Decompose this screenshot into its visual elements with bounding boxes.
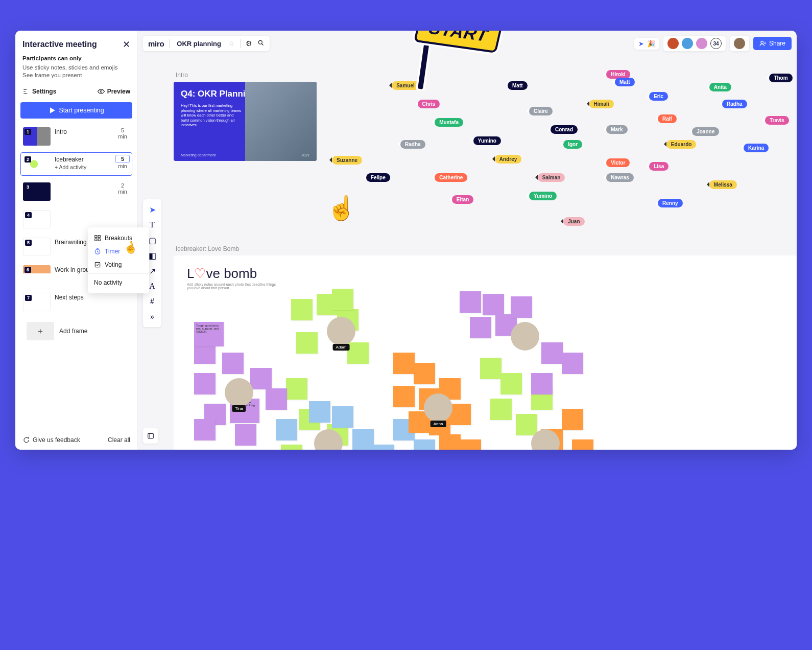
cursor-label: Lisa	[649, 162, 668, 171]
frame-item-intro[interactable]: 1 Intro 5min	[20, 125, 132, 148]
sticky-note[interactable]	[511, 296, 532, 318]
sticky-note[interactable]	[460, 439, 481, 450]
cursor-label: Claire	[529, 107, 553, 115]
board-canvas[interactable]: miro OKR planning ☆ ⚙ ➤ 🎉 34	[138, 31, 797, 450]
icebreaker-frame[interactable]: Icebreaker: Love Bomb L♡ve bomb Add stic…	[174, 245, 797, 450]
settings-button[interactable]: Settings	[22, 88, 56, 95]
frame-thumb: 6	[23, 265, 51, 284]
cursor-label: Radha	[400, 140, 425, 149]
sticky-note[interactable]	[500, 373, 522, 394]
sticky-note[interactable]	[235, 424, 256, 446]
sticky-note[interactable]	[266, 388, 287, 410]
person-avatar[interactable]	[511, 322, 539, 351]
svg-rect-1	[95, 236, 97, 238]
cursor-label: Karina	[744, 144, 769, 152]
frame-item-icebreaker[interactable]: 2 Icebreaker + Add activity 5min	[20, 152, 132, 176]
frame-duration	[115, 293, 130, 311]
menu-item-breakouts[interactable]: Breakouts	[88, 231, 149, 245]
sticky-note[interactable]	[332, 406, 353, 428]
sticky-note[interactable]	[562, 409, 583, 430]
vote-icon	[94, 261, 101, 268]
add-frame-button[interactable]: ＋ Add frame	[22, 318, 130, 344]
svg-point-0	[100, 90, 102, 92]
sticky-note[interactable]	[309, 401, 330, 423]
sticky-note[interactable]	[250, 368, 272, 389]
sticky-note[interactable]	[347, 342, 369, 364]
eye-icon	[98, 88, 105, 95]
start-presenting-button[interactable]: Start presenting	[20, 102, 132, 119]
rule-item: See frame you present	[22, 72, 130, 78]
sticky-note[interactable]	[414, 439, 435, 450]
menu-item-none[interactable]: No activity	[88, 276, 149, 289]
sticky-note[interactable]	[194, 419, 216, 440]
frame-duration[interactable]: 5min	[115, 155, 130, 173]
sticky-note[interactable]	[572, 439, 593, 450]
sticky-note[interactable]	[296, 332, 318, 354]
sticky-note[interactable]	[483, 294, 504, 315]
sticky-note[interactable]	[531, 373, 553, 394]
sticky-note[interactable]	[194, 373, 216, 394]
sticky-note[interactable]	[393, 386, 415, 407]
frame-label: Intro	[176, 72, 327, 79]
person-avatar[interactable]: Tina	[225, 378, 253, 407]
sticky-note[interactable]	[480, 358, 501, 379]
person-avatar[interactable]: Anna	[424, 393, 452, 422]
collaborator-cursors: HirokiSamuelMattMattAnitaThomChrisEricHi…	[357, 66, 786, 250]
frame-title: Next steps	[55, 293, 111, 311]
preview-button[interactable]: Preview	[98, 88, 130, 95]
menu-item-voting[interactable]: Voting	[88, 258, 149, 271]
sticky-note[interactable]	[352, 429, 374, 450]
cursor-label: Eric	[649, 92, 668, 101]
sticky-note[interactable]	[449, 404, 471, 425]
sticky-note[interactable]	[276, 419, 297, 440]
person-avatar[interactable]: Adam	[327, 317, 355, 345]
sliders-icon	[22, 88, 30, 95]
cursor-label: Mark	[606, 125, 627, 134]
sticky-note[interactable]	[562, 353, 583, 374]
cursor-label: Victor	[606, 158, 630, 167]
menu-item-timer[interactable]: Timer	[88, 245, 149, 258]
frame-title: Icebreaker	[55, 156, 111, 163]
cursor-label: Renny	[658, 199, 683, 207]
feedback-button[interactable]: Give us feedback	[22, 436, 80, 444]
intro-frame[interactable]: Intro Q4: OKR Planning Hey! This is our …	[174, 72, 327, 161]
sticky-note[interactable]	[332, 289, 353, 310]
plus-icon: ＋	[27, 322, 54, 340]
sticky-note[interactable]	[393, 353, 415, 374]
person-name-tag: Adam	[333, 344, 350, 351]
clock-icon	[94, 248, 101, 255]
frame-item-3[interactable]: 3 2min	[20, 180, 132, 203]
sticky-note[interactable]	[516, 414, 537, 435]
sticky-note[interactable]	[439, 434, 461, 450]
frame-item-nextsteps[interactable]: 7 Next steps	[20, 290, 132, 314]
pointing-hand-sticker: ☝️	[327, 194, 356, 222]
rules-heading: Participants can only	[22, 55, 130, 61]
sticky-note[interactable]	[373, 445, 394, 450]
person-name-tag: Tina	[232, 405, 246, 412]
sticky-note[interactable]	[291, 299, 313, 320]
sticky-note[interactable]	[286, 378, 307, 400]
canvas-content: START ☝️ Intro Q4: OKR Planning Hey! Thi…	[138, 31, 797, 450]
sticky-note[interactable]	[470, 317, 491, 338]
slide-body: Hey! This is our first marketing plannin…	[181, 103, 242, 127]
svg-rect-2	[98, 236, 100, 238]
sticky-note[interactable]	[222, 353, 244, 374]
sticky-note[interactable]	[414, 363, 435, 384]
cursor-label: Thom	[769, 74, 792, 82]
sticky-note[interactable]: Tough questions, real support, and VISIO…	[194, 322, 224, 346]
clear-all-button[interactable]: Clear all	[108, 436, 130, 444]
cursor-label: Joanne	[692, 127, 719, 136]
cursor-label: Yumino	[473, 136, 501, 145]
sidebar-title: Interactive meeting	[22, 40, 97, 49]
add-activity-link[interactable]: + Add activity	[55, 164, 111, 170]
sticky-note[interactable]	[490, 399, 512, 420]
sticky-note[interactable]	[281, 445, 302, 450]
cursor-label: Himali	[589, 100, 614, 108]
svg-rect-4	[98, 239, 100, 241]
close-icon[interactable]: ✕	[123, 39, 130, 50]
cursor-label: Andrey	[495, 155, 521, 164]
sticky-note[interactable]	[460, 291, 481, 313]
sticky-note[interactable]	[541, 342, 563, 364]
frame-thumb: 7	[23, 293, 51, 311]
app-window: Interactive meeting ✕ Participants can o…	[15, 31, 797, 450]
